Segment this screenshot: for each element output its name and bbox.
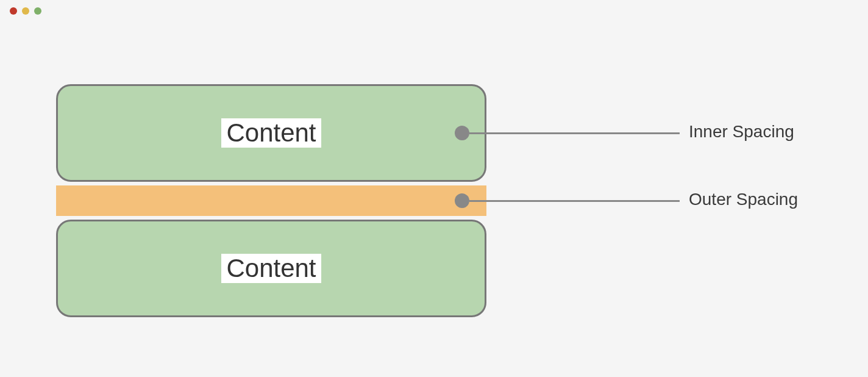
box-top-label: Content xyxy=(221,118,321,148)
outer-spacing-marker xyxy=(455,193,469,208)
close-icon[interactable] xyxy=(10,7,17,15)
app-window: Content Content Inner Spacing Outer Spac… xyxy=(0,0,868,377)
inner-spacing-marker xyxy=(455,126,469,140)
box-top: Content xyxy=(56,84,486,182)
diagram-canvas: Content Content Inner Spacing Outer Spac… xyxy=(0,22,868,377)
maximize-icon[interactable] xyxy=(34,7,41,15)
inner-spacing-leader xyxy=(469,132,680,134)
titlebar xyxy=(0,0,868,22)
minimize-icon[interactable] xyxy=(22,7,29,15)
box-bottom: Content xyxy=(56,220,486,317)
box-bottom-label: Content xyxy=(221,254,321,283)
outer-spacing-label: Outer Spacing xyxy=(689,190,798,209)
inner-spacing-label: Inner Spacing xyxy=(689,122,794,142)
outer-spacing-bar xyxy=(56,185,486,216)
outer-spacing-leader xyxy=(469,200,680,202)
